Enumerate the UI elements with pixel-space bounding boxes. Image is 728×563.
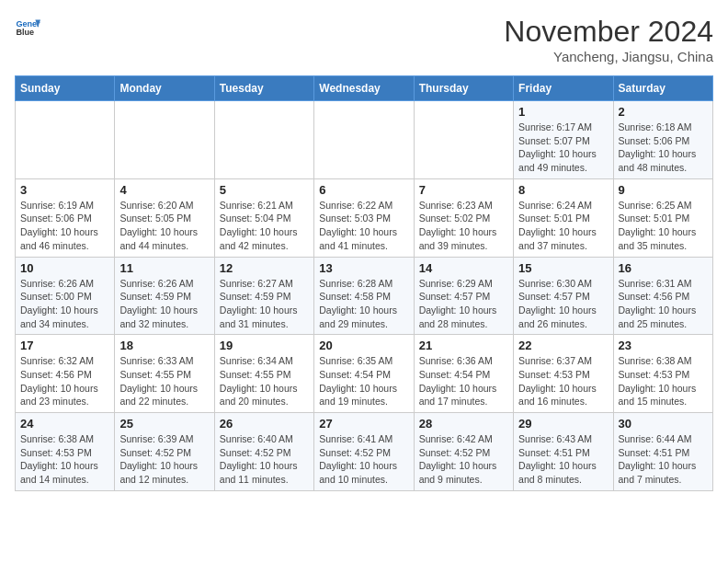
calendar-day-cell: 12Sunrise: 6:27 AM Sunset: 4:59 PM Dayli…: [214, 257, 313, 335]
day-number: 24: [20, 417, 109, 431]
calendar-day-cell: 15Sunrise: 6:30 AM Sunset: 4:57 PM Dayli…: [514, 257, 613, 335]
calendar-day-cell: 27Sunrise: 6:41 AM Sunset: 4:52 PM Dayli…: [314, 413, 414, 491]
day-number: 14: [419, 261, 508, 275]
calendar-week-row: 1Sunrise: 6:17 AM Sunset: 5:07 PM Daylig…: [16, 101, 713, 179]
day-number: 26: [220, 417, 309, 431]
calendar-day-cell: 7Sunrise: 6:23 AM Sunset: 5:02 PM Daylig…: [414, 178, 513, 257]
day-number: 21: [419, 339, 508, 352]
day-info: Sunrise: 6:17 AM Sunset: 5:07 PM Dayligh…: [518, 121, 608, 175]
day-info: Sunrise: 6:42 AM Sunset: 4:52 PM Dayligh…: [419, 432, 508, 487]
calendar-day-cell: 10Sunrise: 6:26 AM Sunset: 5:00 PM Dayli…: [16, 257, 115, 335]
calendar-body: 1Sunrise: 6:17 AM Sunset: 5:07 PM Daylig…: [16, 101, 713, 491]
day-info: Sunrise: 6:35 AM Sunset: 4:54 PM Dayligh…: [319, 354, 408, 408]
day-info: Sunrise: 6:25 AM Sunset: 5:01 PM Dayligh…: [619, 199, 708, 253]
weekday-header-cell: Saturday: [613, 76, 712, 101]
day-number: 23: [619, 339, 708, 352]
day-number: 3: [20, 183, 109, 197]
day-info: Sunrise: 6:38 AM Sunset: 4:53 PM Dayligh…: [20, 432, 109, 487]
day-number: 28: [419, 417, 508, 431]
weekday-header-cell: Wednesday: [314, 76, 414, 101]
day-info: Sunrise: 6:30 AM Sunset: 4:57 PM Dayligh…: [518, 277, 608, 331]
day-info: Sunrise: 6:33 AM Sunset: 4:55 PM Dayligh…: [119, 354, 209, 408]
day-info: Sunrise: 6:24 AM Sunset: 5:01 PM Dayligh…: [518, 199, 608, 253]
day-info: Sunrise: 6:34 AM Sunset: 4:55 PM Dayligh…: [220, 354, 309, 408]
logo: General Blue: [15, 15, 40, 40]
day-info: Sunrise: 6:32 AM Sunset: 4:56 PM Dayligh…: [20, 354, 109, 408]
day-info: Sunrise: 6:44 AM Sunset: 4:51 PM Dayligh…: [619, 432, 708, 487]
calendar-table: SundayMondayTuesdayWednesdayThursdayFrid…: [15, 75, 713, 491]
day-info: Sunrise: 6:19 AM Sunset: 5:06 PM Dayligh…: [20, 199, 109, 253]
calendar-day-cell: 22Sunrise: 6:37 AM Sunset: 4:53 PM Dayli…: [514, 335, 613, 413]
day-number: 9: [619, 183, 708, 197]
calendar-week-row: 3Sunrise: 6:19 AM Sunset: 5:06 PM Daylig…: [16, 178, 713, 257]
day-number: 10: [20, 261, 109, 275]
day-number: 18: [119, 339, 209, 352]
day-info: Sunrise: 6:31 AM Sunset: 4:56 PM Dayligh…: [619, 277, 708, 331]
day-number: 29: [518, 417, 608, 431]
day-info: Sunrise: 6:37 AM Sunset: 4:53 PM Dayligh…: [518, 354, 608, 408]
day-info: Sunrise: 6:20 AM Sunset: 5:05 PM Dayligh…: [119, 199, 209, 253]
weekday-header-cell: Monday: [115, 76, 214, 101]
location: Yancheng, Jiangsu, China: [504, 49, 713, 64]
calendar-day-cell: 28Sunrise: 6:42 AM Sunset: 4:52 PM Dayli…: [414, 413, 513, 491]
calendar-day-cell: 19Sunrise: 6:34 AM Sunset: 4:55 PM Dayli…: [214, 335, 313, 413]
day-info: Sunrise: 6:41 AM Sunset: 4:52 PM Dayligh…: [319, 432, 408, 487]
calendar-day-cell: 11Sunrise: 6:26 AM Sunset: 4:59 PM Dayli…: [115, 257, 214, 335]
day-info: Sunrise: 6:39 AM Sunset: 4:52 PM Dayligh…: [119, 432, 209, 487]
calendar-day-cell: 17Sunrise: 6:32 AM Sunset: 4:56 PM Dayli…: [16, 335, 115, 413]
calendar-day-cell: 21Sunrise: 6:36 AM Sunset: 4:54 PM Dayli…: [414, 335, 513, 413]
calendar-day-cell: 26Sunrise: 6:40 AM Sunset: 4:52 PM Dayli…: [214, 413, 313, 491]
day-number: 2: [619, 105, 708, 119]
calendar-day-cell: 5Sunrise: 6:21 AM Sunset: 5:04 PM Daylig…: [214, 178, 313, 257]
day-number: 12: [220, 261, 309, 275]
calendar-day-cell: 18Sunrise: 6:33 AM Sunset: 4:55 PM Dayli…: [115, 335, 214, 413]
calendar-day-cell: 30Sunrise: 6:44 AM Sunset: 4:51 PM Dayli…: [613, 413, 712, 491]
day-number: 6: [319, 183, 408, 197]
day-number: 17: [20, 339, 109, 352]
day-info: Sunrise: 6:27 AM Sunset: 4:59 PM Dayligh…: [220, 277, 309, 331]
page-header: General Blue November 2024 Yancheng, Jia…: [15, 15, 713, 64]
weekday-header-cell: Thursday: [414, 76, 513, 101]
weekday-header-row: SundayMondayTuesdayWednesdayThursdayFrid…: [16, 76, 713, 101]
calendar-week-row: 24Sunrise: 6:38 AM Sunset: 4:53 PM Dayli…: [16, 413, 713, 491]
svg-text:Blue: Blue: [16, 28, 34, 37]
logo-icon: General Blue: [15, 15, 40, 40]
calendar-day-cell: 16Sunrise: 6:31 AM Sunset: 4:56 PM Dayli…: [613, 257, 712, 335]
day-info: Sunrise: 6:26 AM Sunset: 4:59 PM Dayligh…: [119, 277, 209, 331]
calendar-day-cell: 29Sunrise: 6:43 AM Sunset: 4:51 PM Dayli…: [514, 413, 613, 491]
day-info: Sunrise: 6:21 AM Sunset: 5:04 PM Dayligh…: [220, 199, 309, 253]
day-info: Sunrise: 6:38 AM Sunset: 4:53 PM Dayligh…: [619, 354, 708, 408]
day-number: 7: [419, 183, 508, 197]
calendar-day-cell: [414, 101, 513, 179]
day-info: Sunrise: 6:18 AM Sunset: 5:06 PM Dayligh…: [619, 121, 708, 175]
day-info: Sunrise: 6:23 AM Sunset: 5:02 PM Dayligh…: [419, 199, 508, 253]
day-number: 30: [619, 417, 708, 431]
calendar-day-cell: 2Sunrise: 6:18 AM Sunset: 5:06 PM Daylig…: [613, 101, 712, 179]
day-number: 1: [518, 105, 608, 119]
calendar-day-cell: [115, 101, 214, 179]
calendar-day-cell: 13Sunrise: 6:28 AM Sunset: 4:58 PM Dayli…: [314, 257, 414, 335]
day-info: Sunrise: 6:22 AM Sunset: 5:03 PM Dayligh…: [319, 199, 408, 253]
calendar-day-cell: [214, 101, 313, 179]
calendar-day-cell: 24Sunrise: 6:38 AM Sunset: 4:53 PM Dayli…: [16, 413, 115, 491]
weekday-header-cell: Sunday: [16, 76, 115, 101]
calendar-day-cell: 1Sunrise: 6:17 AM Sunset: 5:07 PM Daylig…: [514, 101, 613, 179]
calendar-day-cell: 9Sunrise: 6:25 AM Sunset: 5:01 PM Daylig…: [613, 178, 712, 257]
day-info: Sunrise: 6:43 AM Sunset: 4:51 PM Dayligh…: [518, 432, 608, 487]
calendar-day-cell: 3Sunrise: 6:19 AM Sunset: 5:06 PM Daylig…: [16, 178, 115, 257]
day-number: 5: [220, 183, 309, 197]
month-title: November 2024: [504, 15, 713, 49]
title-block: November 2024 Yancheng, Jiangsu, China: [504, 15, 713, 64]
calendar-day-cell: 4Sunrise: 6:20 AM Sunset: 5:05 PM Daylig…: [115, 178, 214, 257]
day-number: 16: [619, 261, 708, 275]
day-info: Sunrise: 6:26 AM Sunset: 5:00 PM Dayligh…: [20, 277, 109, 331]
day-number: 27: [319, 417, 408, 431]
calendar-week-row: 10Sunrise: 6:26 AM Sunset: 5:00 PM Dayli…: [16, 257, 713, 335]
calendar-day-cell: 6Sunrise: 6:22 AM Sunset: 5:03 PM Daylig…: [314, 178, 414, 257]
calendar-day-cell: [16, 101, 115, 179]
day-info: Sunrise: 6:36 AM Sunset: 4:54 PM Dayligh…: [419, 354, 508, 408]
calendar-day-cell: 20Sunrise: 6:35 AM Sunset: 4:54 PM Dayli…: [314, 335, 414, 413]
day-number: 19: [220, 339, 309, 352]
calendar-week-row: 17Sunrise: 6:32 AM Sunset: 4:56 PM Dayli…: [16, 335, 713, 413]
calendar-day-cell: 8Sunrise: 6:24 AM Sunset: 5:01 PM Daylig…: [514, 178, 613, 257]
